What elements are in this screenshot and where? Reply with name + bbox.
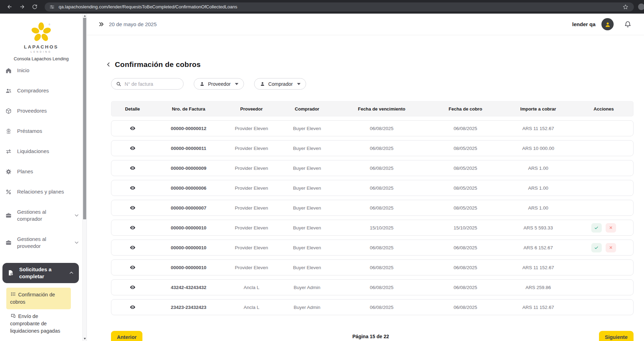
- browser-profile-icon[interactable]: [638, 3, 644, 10]
- users-icon: [5, 87, 12, 94]
- sidebar-item[interactable]: Relaciones y planes: [5, 188, 82, 195]
- briefcase-icon: [5, 239, 12, 246]
- browser-reload-button[interactable]: [29, 2, 40, 12]
- url-text[interactable]: qa.lapachoslending.com/lender/RequestsTo…: [59, 4, 622, 9]
- brand-subtitle: LENDING: [0, 51, 82, 53]
- buyer-name: Buyer Admin: [279, 305, 334, 310]
- eye-icon: [129, 304, 136, 310]
- invoice-search-field[interactable]: [111, 78, 184, 90]
- view-detail-button[interactable]: [127, 203, 138, 213]
- app-window: ® LAPACHOS LENDING Consola Lapachos Lend…: [0, 14, 644, 341]
- caret-down-icon: [297, 83, 301, 85]
- actions-cell: [574, 223, 633, 233]
- sidebar-sub-item[interactable]: Confirmación de cobros: [6, 288, 71, 309]
- sidebar-expand-button[interactable]: [98, 21, 104, 27]
- coin-icon: [5, 128, 12, 135]
- buyer-filter-label: Comprador: [268, 81, 293, 87]
- invoice-number: 00000-00000006: [154, 185, 223, 191]
- eye-icon: [129, 225, 136, 231]
- sidebar-item[interactable]: Gestiones al proveedor: [5, 236, 82, 250]
- sidebar-item[interactable]: Liquidaciones: [5, 148, 82, 155]
- view-detail-button[interactable]: [127, 143, 138, 153]
- sidebar-sub-item[interactable]: Actualización de cuenta bancaria: [6, 338, 71, 341]
- view-detail-button[interactable]: [127, 123, 138, 134]
- person-icon: [604, 20, 611, 28]
- collection-date: 06/08/2025: [429, 245, 502, 250]
- buyer-name: Buyer Eleven: [279, 126, 334, 131]
- actions-cell: [574, 243, 633, 252]
- reject-collection-button[interactable]: [606, 243, 616, 252]
- sidebar-item[interactable]: Solicitudes a completar: [2, 263, 79, 283]
- next-page-button[interactable]: Siguiente: [599, 331, 634, 341]
- detail-cell: [111, 282, 154, 293]
- view-detail-button[interactable]: [127, 302, 138, 312]
- due-date: 06/08/2025: [335, 245, 429, 250]
- amount: ARS 1.00: [502, 185, 574, 191]
- view-detail-button[interactable]: [127, 242, 138, 253]
- column-header: Proveedor: [223, 106, 279, 112]
- view-detail-button[interactable]: [127, 282, 138, 293]
- scrollbar-up-arrow[interactable]: [84, 15, 86, 17]
- amount: ARS 10 000.00: [502, 146, 574, 151]
- view-detail-button[interactable]: [127, 183, 138, 193]
- x-icon: [609, 226, 613, 230]
- provider-name: Ancla L: [223, 285, 279, 290]
- detail-cell: [111, 302, 154, 312]
- back-button[interactable]: [105, 61, 112, 68]
- buyer-filter-dropdown[interactable]: Comprador: [254, 78, 306, 90]
- scrollbar-down-arrow[interactable]: [84, 338, 86, 340]
- reject-collection-button[interactable]: [606, 223, 616, 233]
- invoice-number: 00000-00000010: [154, 265, 223, 270]
- collection-date: 15/10/2025: [429, 225, 502, 230]
- site-settings-icon[interactable]: [49, 4, 55, 10]
- amount: ARS 1.00: [502, 205, 574, 211]
- view-detail-button[interactable]: [127, 163, 138, 173]
- sidebar-item[interactable]: Compradores: [5, 87, 82, 94]
- invoice-number: 00000-00000007: [154, 205, 223, 211]
- invoice-search-input[interactable]: [125, 81, 179, 87]
- table-row: 00000-00000012Provider ElevenBuyer Eleve…: [111, 120, 634, 136]
- bookmark-star-icon[interactable]: [622, 3, 629, 11]
- sidebar-item-label: Planes: [17, 168, 33, 175]
- x-icon: [609, 245, 613, 250]
- buyer-name: Buyer Eleven: [279, 185, 334, 191]
- sidebar-item[interactable]: Préstamos: [5, 128, 82, 135]
- sidebar-item[interactable]: Inicio: [5, 67, 82, 74]
- sidebar-item[interactable]: Planes: [5, 168, 82, 175]
- confirm-collection-button[interactable]: [591, 223, 602, 233]
- previous-page-button[interactable]: Anterior: [111, 331, 142, 341]
- page-title: Confirmación de cobros: [115, 60, 201, 69]
- table-row: 00000-00000006Provider ElevenBuyer Eleve…: [111, 180, 634, 196]
- brand-name: LAPACHOS: [0, 44, 82, 50]
- buyer-name: Buyer Eleven: [279, 225, 334, 230]
- invoice-number: 00000-00000010: [154, 245, 223, 250]
- provider-filter-dropdown[interactable]: Proveedor: [194, 78, 244, 90]
- home-icon: [5, 67, 12, 74]
- invoice-number: 23423-23432423: [154, 305, 223, 310]
- amount: ARS 1.00: [502, 166, 574, 171]
- collection-date: 08/05/2025: [429, 146, 502, 151]
- notifications-bell-icon[interactable]: [624, 21, 631, 28]
- scrollbar-thumb[interactable]: [83, 18, 86, 219]
- sidebar-sub-item[interactable]: Envío de comprobante de liquidaciones pa…: [6, 309, 71, 338]
- eye-icon: [129, 205, 136, 211]
- confirm-collection-button[interactable]: [591, 243, 602, 252]
- collection-date: 08/05/2025: [429, 166, 502, 171]
- eye-icon: [129, 284, 136, 290]
- browser-forward-button[interactable]: [17, 2, 27, 12]
- provider-name: Provider Eleven: [223, 185, 279, 191]
- browser-back-button[interactable]: [4, 2, 15, 12]
- provider-name: Provider Eleven: [223, 205, 279, 211]
- sidebar-item[interactable]: Gestiones al comprador: [5, 209, 82, 222]
- address-bar[interactable]: qa.lapachoslending.com/lender/RequestsTo…: [45, 2, 634, 12]
- table-row: 43242-43243432Ancla LBuyer Admin06/08/20…: [111, 279, 634, 295]
- view-detail-button[interactable]: [127, 222, 138, 233]
- sidebar-item-label: Compradores: [17, 87, 49, 94]
- page-scrollbar[interactable]: [82, 14, 87, 341]
- cube-icon: [5, 107, 12, 114]
- avatar[interactable]: [601, 18, 614, 30]
- provider-name: Provider Eleven: [223, 225, 279, 230]
- view-detail-button[interactable]: [127, 262, 138, 273]
- main-panel: Confirmación de cobros Proveedor Comprad…: [87, 35, 644, 341]
- sidebar-item[interactable]: Proveedores: [5, 107, 82, 114]
